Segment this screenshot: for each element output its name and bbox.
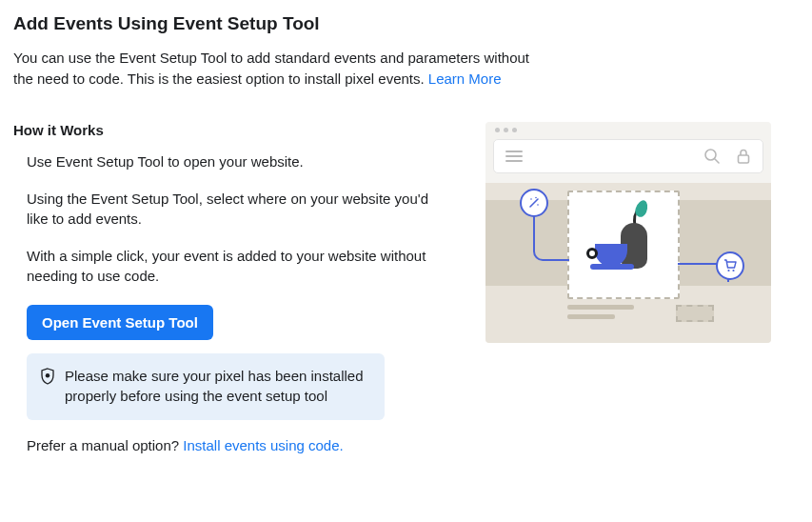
right-column — [485, 122, 790, 343]
page-title: Add Events Using Event Setup Tool — [13, 13, 799, 34]
svg-rect-3 — [739, 155, 749, 163]
illustration-browser — [485, 122, 771, 343]
learn-more-link[interactable]: Learn More — [428, 70, 502, 87]
search-icon — [703, 148, 721, 165]
illustration-body — [485, 183, 771, 343]
svg-point-8 — [727, 269, 729, 271]
manual-option: Prefer a manual option? Install events u… — [27, 437, 451, 453]
cart-icon — [716, 251, 744, 280]
notice-text: Please make sure your pixel has been ins… — [65, 366, 369, 406]
svg-point-6 — [537, 204, 539, 206]
svg-point-0 — [46, 373, 50, 377]
hamburger-icon — [505, 151, 523, 162]
svg-point-9 — [732, 269, 734, 271]
shield-icon — [40, 368, 55, 385]
how-it-works-heading: How it Works — [13, 122, 451, 138]
manual-prefix: Prefer a manual option? — [27, 437, 183, 453]
two-column-layout: How it Works Use Event Setup Tool to ope… — [13, 122, 799, 453]
lock-icon — [736, 148, 751, 165]
illustration-window-controls — [485, 122, 771, 139]
step-2: Using the Event Setup Tool, select where… — [27, 189, 436, 229]
svg-point-1 — [705, 150, 716, 160]
svg-point-5 — [530, 198, 532, 200]
page-root: Add Events Using Event Setup Tool You ca… — [13, 13, 799, 453]
svg-point-7 — [535, 196, 537, 198]
notice-box: Please make sure your pixel has been ins… — [27, 353, 385, 420]
svg-line-2 — [715, 159, 719, 163]
install-events-code-link[interactable]: Install events using code. — [183, 437, 343, 453]
left-column: How it Works Use Event Setup Tool to ope… — [13, 122, 451, 453]
step-1: Use Event Setup Tool to open your websit… — [27, 151, 436, 171]
step-3: With a simple click, your event is added… — [27, 246, 436, 286]
open-event-setup-tool-button[interactable]: Open Event Setup Tool — [27, 305, 213, 340]
wand-icon — [520, 189, 548, 217]
illustration-toolbar — [493, 139, 763, 173]
intro-paragraph: You can use the Event Setup Tool to add … — [13, 48, 546, 90]
svg-line-4 — [530, 199, 538, 207]
